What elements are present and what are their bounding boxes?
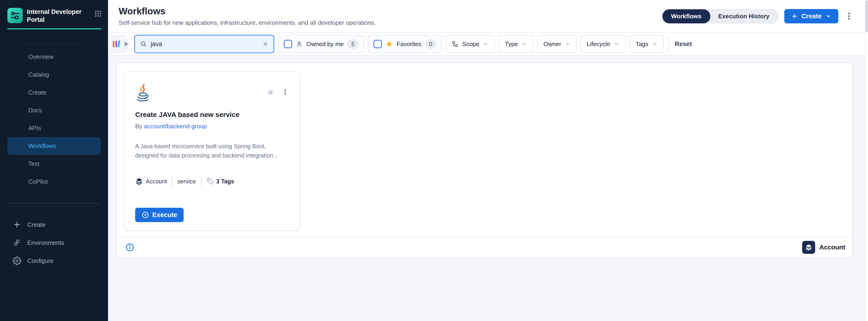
play-circle-icon [142, 211, 149, 219]
card-meta-row: Account service 3 Tags [135, 177, 289, 186]
view-toggle: Workflows Execution History [662, 9, 778, 24]
scope-hierarchy-icon [452, 40, 459, 47]
account-layers-icon [802, 241, 815, 254]
layers-icon [135, 177, 143, 185]
chevron-down-icon [565, 41, 570, 47]
sidebar-item-test[interactable]: Test [7, 155, 101, 173]
card-actions [267, 87, 289, 97]
filter-toolbar: Owned by me 5 Favorites 0 Scope Type Own… [108, 33, 865, 56]
brand: Internal Developer Portal [0, 0, 108, 24]
app-window: Internal Developer Portal Overview Catal… [0, 0, 868, 321]
sidebar-item-create-bottom[interactable]: Create [7, 216, 101, 234]
account-badge-label: Account [819, 244, 845, 251]
sidebar-divider [7, 203, 101, 204]
star-icon [385, 40, 393, 48]
card-title: Create JAVA based new service [135, 111, 289, 118]
meta-tags-count[interactable]: 3 Tags [216, 178, 234, 185]
main-area: Workflows Self-service hub for new appli… [108, 0, 865, 321]
sidebar-item-apis[interactable]: APIs [7, 119, 101, 137]
owned-by-me-label: Owned by me [307, 40, 344, 48]
gear-icon [12, 256, 21, 265]
owner-dropdown[interactable]: Owner [537, 35, 577, 53]
panel-footer: Account [116, 237, 852, 258]
favorites-label: Favorites [397, 40, 422, 48]
header-kebab-menu[interactable] [844, 11, 854, 22]
sidebar-item-docs[interactable]: Docs [7, 101, 101, 119]
person-icon [296, 40, 303, 47]
tag-icon [207, 178, 214, 185]
type-dropdown[interactable]: Type [499, 35, 533, 53]
header-actions: Workflows Execution History Create [662, 9, 854, 24]
content-area: Create JAVA based new service By account… [108, 56, 865, 321]
tags-dropdown[interactable]: Tags [629, 35, 664, 53]
scrollbar-thumb[interactable] [866, 0, 868, 32]
plus-icon [12, 220, 21, 229]
meta-kind: Account [146, 178, 167, 185]
brand-title: Internal Developer Portal [27, 8, 85, 24]
chevron-down-icon [825, 13, 831, 19]
create-button[interactable]: Create [784, 9, 838, 24]
sidebar: Internal Developer Portal Overview Catal… [0, 0, 108, 321]
owned-by-me-count: 5 [347, 39, 358, 49]
java-logo-icon [135, 84, 150, 105]
meta-separator [172, 177, 172, 186]
info-icon[interactable] [125, 243, 134, 252]
owned-by-me-checkbox[interactable] [284, 40, 292, 48]
favorite-star-icon[interactable] [267, 88, 275, 96]
search-icon [140, 40, 147, 47]
page-title: Workflows [119, 6, 376, 16]
execute-button[interactable]: Execute [135, 208, 184, 222]
colored-bars-icon [112, 39, 122, 49]
chevron-down-icon [652, 41, 657, 47]
page-header: Workflows Self-service hub for new appli… [108, 0, 865, 33]
favorites-count: 0 [425, 39, 436, 49]
reset-filters-button[interactable]: Reset [675, 40, 692, 48]
favorites-checkbox[interactable] [373, 40, 382, 48]
card-top-row [135, 84, 289, 105]
lifecycle-dropdown[interactable]: Lifecycle [581, 35, 625, 53]
sidebar-item-configure[interactable]: Configure [7, 252, 101, 270]
plus-icon [791, 13, 798, 20]
sidebar-item-workflows[interactable]: Workflows [7, 137, 101, 155]
header-text: Workflows Self-service hub for new appli… [119, 6, 376, 26]
sidebar-footer-nav: Create Environments Configure [0, 216, 108, 270]
owned-by-me-filter: Owned by me 5 [278, 35, 364, 53]
workflow-card[interactable]: Create JAVA based new service By account… [124, 71, 300, 231]
sidebar-item-catalog[interactable]: Catalog [7, 66, 101, 83]
sidebar-item-copilot[interactable]: CoPilot [7, 173, 101, 190]
account-badge: Account [802, 241, 845, 254]
toolbar-divider [669, 36, 669, 51]
collapsed-panel-handle[interactable] [110, 35, 130, 54]
chevron-down-icon [614, 41, 619, 47]
search-box [134, 35, 274, 53]
card-description: A Java-based microservice built using Sp… [135, 142, 288, 160]
meta-type: service [177, 178, 196, 185]
chevron-down-icon [483, 41, 489, 47]
sidebar-item-overview[interactable]: Overview [7, 48, 101, 66]
chevron-down-icon [521, 41, 527, 47]
hexagons-icon [12, 238, 21, 247]
meta-separator [201, 177, 202, 186]
toggle-execution-history[interactable]: Execution History [710, 10, 778, 23]
card-kebab-menu[interactable] [282, 87, 289, 97]
card-owner-line: By account/backend-group [135, 123, 289, 130]
sidebar-nav: Overview Catalog Create Docs APIs Workfl… [0, 48, 108, 190]
brand-logo-icon [7, 8, 23, 23]
page-subtitle: Self-service hub for new applications, i… [119, 19, 376, 26]
owner-link[interactable]: account/backend-group [144, 123, 207, 130]
scope-dropdown[interactable]: Scope [445, 35, 495, 53]
expand-panel-icon [124, 41, 129, 47]
card-grid: Create JAVA based new service By account… [116, 63, 852, 237]
by-prefix: By [135, 123, 142, 130]
window-scrollbar[interactable] [865, 0, 868, 321]
workflows-panel: Create JAVA based new service By account… [116, 63, 853, 258]
toggle-workflows[interactable]: Workflows [662, 9, 710, 24]
clear-search-icon[interactable] [262, 41, 269, 47]
sidebar-item-create[interactable]: Create [7, 83, 101, 101]
brand-underline [7, 28, 101, 29]
apps-grid-icon[interactable] [94, 8, 102, 19]
sidebar-top-divider [22, 43, 81, 44]
favorites-filter: Favorites 0 [368, 35, 442, 53]
search-input[interactable] [151, 40, 259, 48]
sidebar-item-environments[interactable]: Environments [7, 234, 101, 252]
